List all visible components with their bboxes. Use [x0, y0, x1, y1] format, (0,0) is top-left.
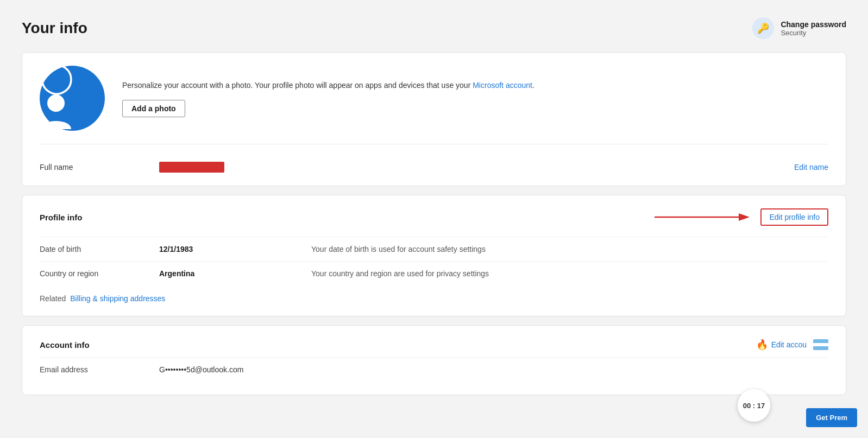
photo-desc-text2: .: [532, 81, 534, 90]
country-region-row: Country or region Argentina Your country…: [40, 261, 828, 285]
get-prem-button[interactable]: Get Prem: [806, 408, 857, 427]
country-description: Your country and region are used for pri…: [311, 269, 828, 278]
related-label: Related: [40, 294, 66, 303]
dob-label: Date of birth: [40, 245, 159, 253]
timer-display: 00 : 17: [743, 402, 765, 410]
arrow-annotation: [655, 209, 752, 225]
related-row: Related Billing & shipping addresses: [40, 285, 828, 303]
photo-description: Personalize your account with a photo. Y…: [122, 80, 828, 91]
country-value: Argentina: [159, 269, 311, 278]
date-of-birth-row: Date of birth 12/1/1983 Your date of bir…: [40, 237, 828, 261]
page-title: Your info: [22, 20, 87, 37]
email-label: Email address: [40, 365, 159, 374]
change-password-text: Change password Security: [781, 20, 846, 37]
page-container: Your info 🔑 Change password Security ◯: [0, 0, 868, 415]
add-photo-button[interactable]: Add a photo: [122, 100, 185, 117]
photo-info: Personalize your account with a photo. Y…: [122, 80, 828, 117]
account-info-actions: 🔥 Edit accou: [756, 339, 828, 351]
edit-name-link[interactable]: Edit name: [794, 163, 828, 172]
country-label: Country or region: [40, 269, 159, 278]
timer-badge: 00 : 17: [738, 389, 770, 422]
account-info-card: Account info 🔥 Edit accou Email address …: [22, 325, 846, 395]
dob-value: 12/1/1983: [159, 245, 311, 253]
fullname-redacted-value: [159, 162, 224, 173]
page-header: Your info 🔑 Change password Security: [22, 17, 846, 39]
email-value: G••••••••5d@outlook.com: [159, 365, 243, 374]
dob-description: Your date of birth is used for account s…: [311, 245, 828, 253]
flame-icon: 🔥: [756, 339, 768, 351]
profile-info-card: Profile info Edit profile info Date of b…: [22, 195, 846, 316]
edit-account-label: Edit accou: [771, 340, 807, 349]
security-label: Security: [781, 29, 846, 37]
profile-info-title: Profile info: [40, 213, 82, 222]
profile-info-header: Profile info Edit profile info: [40, 208, 828, 226]
avatar: ◯: [40, 66, 105, 131]
edit-profile-info-button[interactable]: Edit profile info: [760, 208, 828, 226]
photo-section: ◯ Personalize your account with a photo.…: [40, 66, 828, 144]
change-password-button[interactable]: 🔑 Change password Security: [752, 17, 846, 39]
key-icon: 🔑: [752, 17, 774, 39]
fullname-label: Full name: [40, 163, 159, 172]
account-info-header-row: Account info 🔥 Edit accou: [40, 339, 828, 351]
email-row: Email address G••••••••5d@outlook.com: [40, 357, 828, 382]
microsoft-account-link[interactable]: Microsoft account: [473, 81, 532, 90]
billing-shipping-link[interactable]: Billing & shipping addresses: [70, 294, 165, 303]
change-password-label: Change password: [781, 20, 846, 29]
profile-photo-card: ◯ Personalize your account with a photo.…: [22, 52, 846, 186]
photo-desc-text1: Personalize your account with a photo. Y…: [122, 81, 473, 90]
account-info-title: Account info: [40, 340, 90, 350]
svg-marker-2: [739, 213, 750, 221]
argentina-flag-icon: [813, 339, 828, 350]
edit-account-button[interactable]: 🔥 Edit accou: [756, 339, 807, 351]
svg-point-0: [47, 94, 65, 112]
fullname-row: Full name Edit name: [40, 157, 828, 173]
arrow-icon: [655, 209, 752, 225]
user-icon: ◯: [40, 62, 105, 135]
